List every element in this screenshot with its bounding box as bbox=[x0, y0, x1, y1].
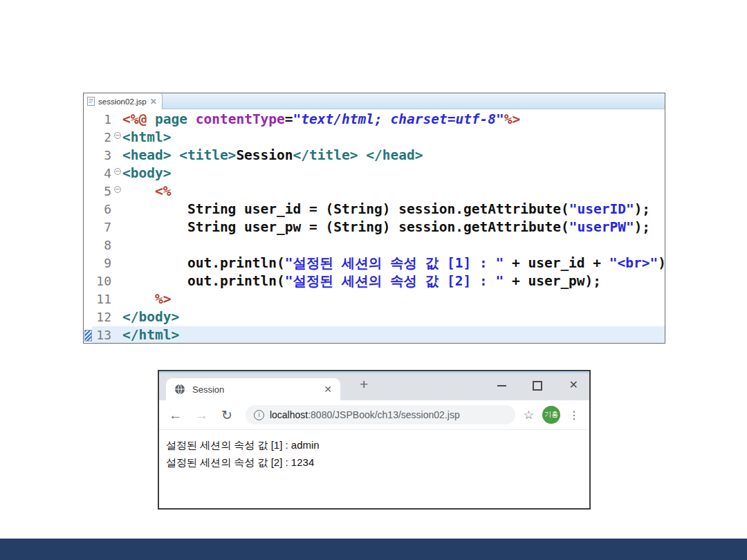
code-line: 4<body> bbox=[84, 165, 665, 183]
new-tab-button[interactable]: + bbox=[360, 376, 368, 393]
code-editor-window: session02.jsp ✕ 1<%@ page contentType="t… bbox=[83, 93, 665, 344]
profile-avatar[interactable]: 기홍 bbox=[542, 406, 560, 424]
fold-column bbox=[113, 254, 122, 272]
fold-column bbox=[113, 308, 122, 326]
line-number: 1 bbox=[92, 111, 113, 129]
minimize-button[interactable] bbox=[497, 385, 506, 386]
line-number: 5 bbox=[92, 183, 113, 200]
collapse-icon[interactable] bbox=[114, 186, 121, 193]
browser-tab-session[interactable]: Session ✕ bbox=[166, 378, 340, 400]
code-text: <body> bbox=[122, 165, 665, 183]
annotation-ruler bbox=[84, 165, 92, 183]
code-area[interactable]: 1<%@ page contentType="text/html; charse… bbox=[84, 109, 665, 344]
line-number: 11 bbox=[92, 290, 113, 308]
jsp-file-icon bbox=[87, 97, 95, 106]
code-line: 10 out.println("설정된 세션의 속성 값 [2] : " + u… bbox=[84, 272, 665, 290]
fold-column bbox=[113, 290, 122, 308]
browser-tab-title: Session bbox=[192, 384, 324, 395]
annotation-ruler bbox=[84, 129, 92, 147]
code-text: %> bbox=[122, 290, 665, 308]
editor-tab-session02[interactable]: session02.jsp ✕ bbox=[84, 93, 163, 109]
browser-tab-close-icon[interactable]: ✕ bbox=[324, 384, 332, 395]
annotation-ruler bbox=[84, 272, 92, 290]
line-number: 9 bbox=[92, 254, 113, 272]
occurrence-marker-icon bbox=[84, 330, 92, 342]
code-line: 8 bbox=[84, 236, 665, 254]
annotation-ruler bbox=[84, 200, 92, 218]
fold-column bbox=[113, 183, 122, 200]
editor-tab-bar: session02.jsp ✕ bbox=[84, 93, 665, 109]
url-text: localhost:8080/JSPBook/ch13/session02.js… bbox=[270, 409, 460, 420]
line-number: 12 bbox=[92, 308, 113, 326]
editor-tab-filename: session02.jsp bbox=[98, 97, 147, 106]
annotation-ruler bbox=[84, 326, 92, 344]
code-line: 7 String user_pw = (String) session.getA… bbox=[84, 218, 665, 236]
address-bar[interactable]: i localhost:8080/JSPBook/ch13/session02.… bbox=[246, 405, 515, 424]
browser-toolbar: ← → ↻ i localhost:8080/JSPBook/ch13/sess… bbox=[159, 400, 589, 430]
collapse-icon[interactable] bbox=[114, 168, 121, 175]
fold-column bbox=[113, 200, 122, 218]
line-number: 6 bbox=[92, 200, 113, 218]
output-line: 설정된 세션의 속성 값 [1] : admin bbox=[166, 436, 582, 454]
window-close-button[interactable]: ✕ bbox=[569, 378, 578, 391]
fold-column bbox=[113, 165, 122, 183]
code-text bbox=[122, 236, 665, 254]
reload-button[interactable]: ↻ bbox=[221, 409, 232, 422]
code-line: 6 String user_id = (String) session.getA… bbox=[84, 200, 665, 218]
code-text: out.println("설정된 세션의 속성 값 [2] : " + user… bbox=[122, 272, 665, 290]
collapse-icon[interactable] bbox=[114, 132, 121, 139]
code-line: 12</body> bbox=[84, 308, 665, 326]
code-text: String user_pw = (String) session.getAtt… bbox=[122, 218, 665, 236]
browser-tab-strip: Session ✕ + ✕ bbox=[159, 373, 589, 400]
line-number: 3 bbox=[92, 147, 113, 165]
code-line: 13</html> bbox=[84, 326, 665, 344]
back-button[interactable]: ← bbox=[169, 409, 182, 422]
slide-footer-bar bbox=[0, 539, 747, 560]
line-number: 4 bbox=[92, 165, 113, 183]
code-line: 5 <% bbox=[84, 183, 665, 200]
fold-column bbox=[113, 147, 122, 165]
code-text: <head> <title>Session</title> </head> bbox=[122, 147, 665, 165]
fold-column bbox=[113, 236, 122, 254]
bookmark-star-icon[interactable]: ☆ bbox=[524, 408, 534, 422]
line-number: 8 bbox=[92, 236, 113, 254]
code-line: 1<%@ page contentType="text/html; charse… bbox=[84, 111, 665, 129]
annotation-ruler bbox=[84, 147, 92, 165]
line-number: 7 bbox=[92, 218, 113, 236]
annotation-ruler bbox=[84, 290, 92, 308]
code-line: 3<head> <title>Session</title> </head> bbox=[84, 147, 665, 165]
fold-column bbox=[113, 326, 122, 344]
site-info-icon[interactable]: i bbox=[254, 410, 264, 420]
annotation-ruler bbox=[84, 111, 92, 129]
code-line: 9 out.println("설정된 세션의 속성 값 [1] : " + us… bbox=[84, 254, 665, 272]
globe-icon bbox=[174, 384, 185, 395]
code-line: 2<html> bbox=[84, 129, 665, 147]
browser-window: Session ✕ + ✕ ← → ↻ i localhost:8080/JSP… bbox=[158, 370, 591, 510]
code-line: 11 %> bbox=[84, 290, 665, 308]
fold-column bbox=[113, 218, 122, 236]
browser-menu-icon[interactable]: ⋮ bbox=[569, 409, 580, 422]
url-path: :8080/JSPBook/ch13/session02.jsp bbox=[308, 409, 459, 420]
fold-column bbox=[113, 129, 122, 147]
fold-column bbox=[113, 111, 122, 129]
line-number: 13 bbox=[92, 326, 113, 344]
forward-button[interactable]: → bbox=[195, 409, 208, 422]
code-text: String user_id = (String) session.getAtt… bbox=[122, 200, 665, 218]
fold-column bbox=[113, 272, 122, 290]
url-host: localhost bbox=[270, 409, 308, 420]
code-text: </body> bbox=[122, 308, 665, 326]
annotation-ruler bbox=[84, 236, 92, 254]
line-number: 2 bbox=[92, 129, 113, 147]
maximize-button[interactable] bbox=[533, 381, 542, 391]
code-text: <% bbox=[122, 183, 665, 200]
code-text: </html> bbox=[122, 326, 665, 344]
editor-tab-close-icon[interactable]: ✕ bbox=[150, 97, 157, 106]
code-text: <%@ page contentType="text/html; charset… bbox=[122, 111, 665, 129]
code-text: <html> bbox=[122, 129, 665, 147]
annotation-ruler bbox=[84, 183, 92, 200]
output-line: 설정된 세션의 속성 값 [2] : 1234 bbox=[166, 454, 582, 471]
annotation-ruler bbox=[84, 308, 92, 326]
annotation-ruler bbox=[84, 254, 92, 272]
code-text: out.println("설정된 세션의 속성 값 [1] : " + user… bbox=[122, 254, 665, 272]
page-content: 설정된 세션의 속성 값 [1] : admin설정된 세션의 속성 값 [2]… bbox=[159, 430, 589, 508]
